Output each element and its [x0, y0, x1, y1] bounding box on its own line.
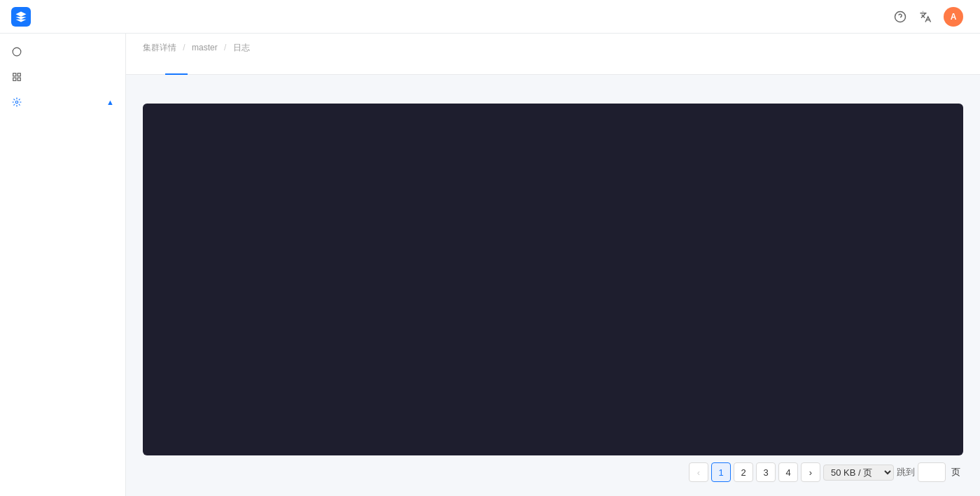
log-content[interactable]: [143, 104, 963, 455]
svg-rect-6: [13, 78, 16, 80]
translate-icon[interactable]: [918, 10, 932, 24]
tab-flame[interactable]: [188, 62, 210, 75]
log-container: ‹ 1 2 3 4 › 50 KB / 页 100 KB / 页 跳到 页: [126, 75, 980, 496]
tab-logs[interactable]: [165, 62, 188, 75]
avatar: A: [944, 7, 963, 27]
svg-rect-3: [13, 73, 16, 76]
top-header: A: [0, 0, 980, 34]
tab-config[interactable]: [232, 62, 255, 75]
pagination: ‹ 1 2 3 4 › 50 KB / 页 100 KB / 页 跳到 页: [143, 455, 963, 485]
breadcrumb-logs: 日志: [233, 43, 250, 52]
breadcrumb-sep1: /: [183, 43, 185, 52]
log-header: [143, 86, 963, 97]
page-size-select[interactable]: 50 KB / 页 100 KB / 页: [823, 465, 894, 481]
logo-icon: [11, 7, 31, 27]
user-area[interactable]: A: [944, 7, 969, 27]
content-area: 集群详情 / master / 日志: [126, 34, 980, 496]
jump-input[interactable]: [918, 462, 946, 482]
svg-point-2: [13, 48, 21, 56]
tab-thread-dump[interactable]: [210, 62, 232, 75]
sidebar-item-container[interactable]: [0, 140, 125, 153]
breadcrumb: 集群详情 / master / 日志: [143, 42, 963, 54]
cluster-icon: [11, 97, 22, 108]
breadcrumb-cluster[interactable]: 集群详情: [143, 43, 176, 52]
jump-confirm[interactable]: 页: [948, 466, 963, 479]
sidebar: ▲: [0, 34, 126, 496]
breadcrumb-sep2: /: [224, 43, 226, 52]
tab-metrics[interactable]: [143, 62, 165, 75]
page-prev-button[interactable]: ‹: [689, 462, 708, 482]
sidebar-item-overview[interactable]: [0, 39, 125, 64]
help-icon[interactable]: [893, 10, 907, 24]
jump-label: 跳到: [897, 466, 915, 479]
sidebar-item-pipeline[interactable]: [0, 64, 125, 90]
content-header: 集群详情 / master / 日志: [126, 34, 980, 75]
overview-icon: [11, 46, 22, 57]
page-next-button[interactable]: ›: [801, 462, 820, 482]
svg-rect-4: [18, 73, 20, 76]
sidebar-nav: ▲: [0, 34, 125, 158]
tabs-bar: [143, 62, 963, 74]
pipeline-icon: [11, 71, 22, 83]
page-1-button[interactable]: 1: [711, 462, 731, 482]
svg-rect-5: [18, 78, 20, 80]
breadcrumb-master[interactable]: master: [192, 43, 218, 52]
logo-area: [11, 7, 36, 27]
main-layout: ▲ 集群详情 / master / 日志: [0, 34, 980, 496]
cluster-chevron-icon: ▲: [106, 98, 114, 106]
sidebar-item-driver[interactable]: [0, 127, 125, 140]
header-right: A: [893, 7, 969, 27]
sidebar-item-cluster[interactable]: ▲: [0, 90, 125, 115]
page-3-button[interactable]: 3: [756, 462, 776, 482]
page-2-button[interactable]: 2: [734, 462, 753, 482]
page-4-button[interactable]: 4: [778, 462, 798, 482]
svg-point-7: [15, 101, 18, 104]
sidebar-item-master[interactable]: [0, 115, 125, 127]
